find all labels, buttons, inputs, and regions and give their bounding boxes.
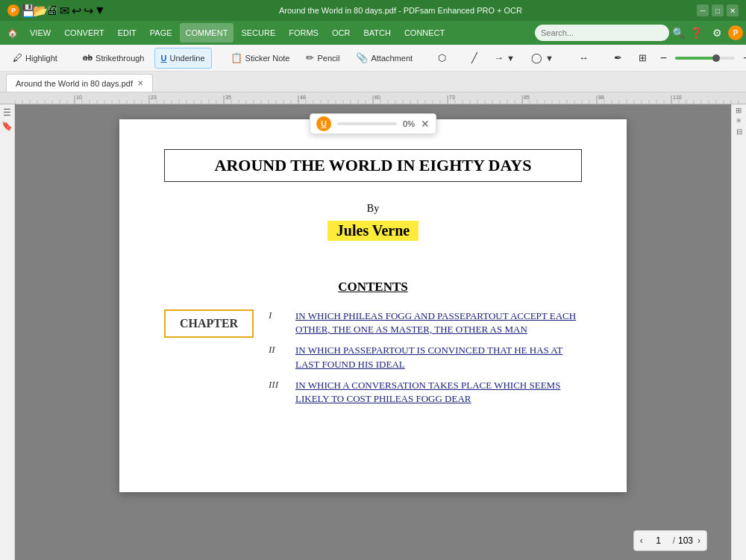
redo-btn[interactable]: ↪ [84,6,93,15]
minimize-button[interactable]: ─ [697,4,709,16]
page-navigation: ‹ / 103 › [633,530,707,551]
open-btn[interactable]: 📂 [36,6,45,15]
pencil-label: Pencil [317,54,339,63]
email-btn[interactable]: ✉ [60,6,69,15]
zoom-slider[interactable] [675,57,735,60]
right-panel-toggle[interactable]: ⊞ [735,107,743,113]
settings-button[interactable]: ⚙ [707,23,727,43]
secure-menu-item[interactable]: SECURE [235,23,281,43]
pencil-icon: ✏ [306,52,314,63]
distance-icon: ↔ [579,52,589,63]
highlight-tool[interactable]: 🖊 Highlight [6,48,64,69]
app-icon: P [7,4,19,16]
panel-toggle-icon[interactable]: ☰ [3,107,11,118]
menu-toolbar: 🏠 VIEW CONVERT EDIT PAGE COMMENT SECURE … [0,21,746,45]
attachment-icon: 📎 [356,52,368,63]
popup-u-icon: U [316,116,331,131]
attachment-tool[interactable]: 📎 Attachment [349,48,419,69]
progress-bar-container [337,122,397,125]
page-separator: / [673,535,675,546]
page-menu-item[interactable]: PAGE [144,23,178,43]
title-bar-left: P 💾 📂 🖨 ✉ ↩ ↪ ▼ [7,4,104,16]
save-btn[interactable]: 💾 [24,6,33,15]
print-btn[interactable]: 🖨 [48,6,57,15]
search-input[interactable] [535,25,669,41]
strikethrough-tool[interactable]: ab Strikethrough [76,48,151,69]
shape-tool[interactable]: ◯▼ [524,48,560,69]
distance-tool[interactable]: ↔ [572,48,595,69]
pdf-author: Jules Verne [327,221,419,241]
tab-close-button[interactable]: ✕ [137,79,143,87]
connect-menu-item[interactable]: CONNECT [398,23,451,43]
toc-link-2[interactable]: IN WHICH PASSEPARTOUT IS CONVINCED THAT … [295,344,582,371]
strikethrough-icon: ab [83,53,93,63]
progress-label: 0% [403,119,415,128]
home-menu-item[interactable]: 🏠 [3,23,22,43]
toc-num-2: II [269,344,286,371]
underline-icon: U [161,54,167,63]
underline-tool[interactable]: U Underline [154,48,212,69]
arrow-tool[interactable]: →▼ [487,48,521,69]
pdf-tab[interactable]: Around the World in 80 days.pdf ✕ [6,74,153,92]
left-sidebar: ☰ 🔖 [0,104,15,560]
highlight-label: Highlight [25,54,57,63]
bookmark-icon[interactable]: 🔖 [1,121,13,131]
page-number-input[interactable] [648,535,670,546]
stamp-tool[interactable]: ⬡ [431,48,453,69]
main-area: ☰ 🔖 U 0% ✕ AROUND THE WORLD IN EIGHTY DA… [0,104,746,560]
more-btn[interactable]: ▼ [95,6,104,15]
pdf-title: AROUND THE WORLD IN EIGHTY DAYS [164,149,582,182]
zoom-in-button[interactable]: + [739,48,746,69]
zoom-out-button[interactable]: − [656,48,671,69]
right-panel-icon-2[interactable]: ≡ [737,116,742,125]
tab-bar: Around the World in 80 days.pdf ✕ [0,72,746,92]
search-button[interactable]: 🔍 [672,27,685,39]
prev-page-button[interactable]: ‹ [639,535,645,546]
toc-link-3[interactable]: IN WHICH A CONVERSATION TAKES PLACE WHIC… [295,379,582,406]
toc-num-1: I [269,309,286,336]
right-panel: ⊞ ≡ ⊟ [731,104,746,560]
arrow-icon: → [494,52,504,63]
user-avatar[interactable]: P [728,25,743,40]
toc-num-3: III [269,379,286,406]
underline-progress-popup: U 0% ✕ [310,113,436,134]
popup-close-button[interactable]: ✕ [421,119,430,129]
next-page-button[interactable]: › [696,535,702,546]
svg-text:23: 23 [151,95,157,100]
sticker-note-tool[interactable]: 📋 Sticker Note [224,48,297,69]
undo-btn[interactable]: ↩ [72,6,81,15]
edit-menu-item[interactable]: EDIT [112,23,142,43]
ruler: // Will be generated by JS below 1023354… [0,92,746,104]
highlight-icon: 🖊 [13,52,22,63]
ocr-menu-item[interactable]: OCR [326,23,356,43]
comment-menu-item[interactable]: COMMENT [180,23,234,43]
right-panel-icon-3[interactable]: ⊟ [736,128,742,136]
redact-tool[interactable]: ⊞ [632,48,653,69]
view-menu-item[interactable]: VIEW [24,23,57,43]
pdf-area[interactable]: U 0% ✕ AROUND THE WORLD IN EIGHTY DAYS B… [15,104,731,560]
toc-item-1: I IN WHICH PHILEAS FOGG AND PASSEPARTOUT… [269,309,582,336]
window-title: Around the World in 80 days.pdf - PDFsam… [104,6,697,15]
zoom-slider-thumb[interactable] [712,54,720,62]
line-icon: ╱ [471,52,477,63]
search-bar: 🔍 [535,25,685,41]
pencil-tool[interactable]: ✏ Pencil [299,48,346,69]
convert-menu-item[interactable]: CONVERT [58,23,110,43]
window-controls: ─ □ ✕ [697,4,739,16]
title-bar: P 💾 📂 🖨 ✉ ↩ ↪ ▼ Around the World in 80 d… [0,0,746,21]
pdf-author-wrapper: Jules Verne [164,221,582,265]
svg-text:60: 60 [374,95,380,100]
pdf-by: By [164,203,582,215]
line-tool[interactable]: ╱ [465,48,484,69]
restore-button[interactable]: □ [712,4,724,16]
signature-tool[interactable]: ✒ [607,48,629,69]
close-button[interactable]: ✕ [727,4,739,16]
help-button[interactable]: ❓ [686,23,706,43]
svg-text:98: 98 [598,95,604,100]
batch-menu-item[interactable]: BATCH [357,23,396,43]
toc-item-2: II IN WHICH PASSEPARTOUT IS CONVINCED TH… [269,344,582,371]
forms-menu-item[interactable]: FORMS [283,23,325,43]
signature-icon: ✒ [614,52,622,63]
toc-link-1[interactable]: IN WHICH PHILEAS FOGG AND PASSEPARTOUT A… [295,309,582,336]
redact-icon: ⊞ [639,52,647,63]
